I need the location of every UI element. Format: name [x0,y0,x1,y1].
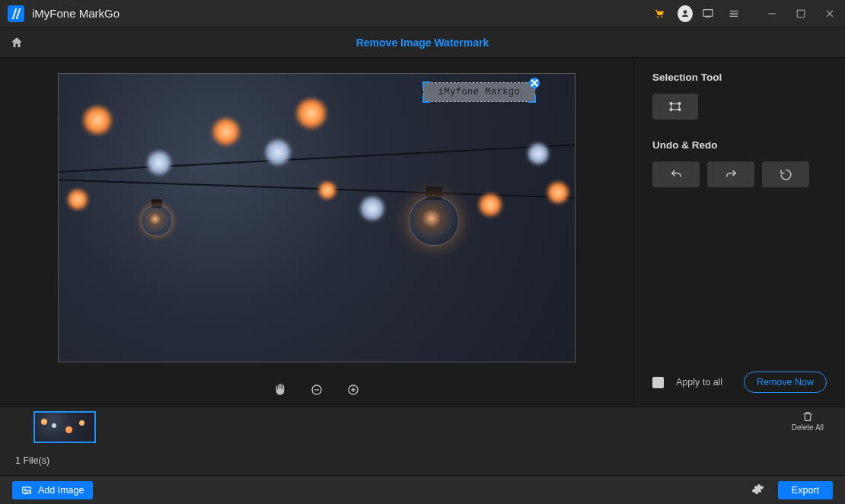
selection-handle-tl[interactable] [422,81,430,89]
svg-rect-0 [703,9,713,16]
reset-button[interactable] [762,161,809,187]
account-icon[interactable] [678,6,693,21]
apply-to-all-label: Apply to all [676,377,722,388]
export-button[interactable]: Export [778,481,833,499]
thumbnail-strip: Delete All [0,407,845,446]
svg-rect-6 [679,103,681,104]
delete-all-button[interactable]: Delete All [792,410,824,432]
bottom-bar: Add Image Export [0,475,845,504]
photo-decoration [295,97,328,130]
tab-bar: Remove Image Watermark [0,27,845,58]
thumbnail-item[interactable] [33,411,96,443]
cart-icon[interactable] [652,6,667,21]
app-logo [8,5,24,22]
selection-handle-br[interactable] [528,95,536,103]
rectangle-select-button[interactable] [652,94,698,120]
title-bar: iMyFone MarkGo [0,0,845,27]
photo-decoration [66,188,89,211]
svg-rect-4 [671,104,680,110]
app-title: iMyFone MarkGo [32,7,120,20]
file-count-label: 1 File(s) [15,455,49,466]
photo-decoration [409,187,462,246]
pan-tool-button[interactable] [272,381,289,398]
watermark-text: iMyfone Markgo [438,87,521,97]
menu-icon[interactable] [726,6,741,21]
photo-decoration [359,196,385,222]
canvas-area: iMyfone Markgo [0,58,633,407]
add-image-button[interactable]: Add Image [12,481,93,499]
svg-rect-7 [670,109,671,110]
photo-decoration [264,139,292,166]
undo-redo-label: Undo & Redo [652,139,827,151]
photo-decoration [58,143,576,174]
svg-rect-5 [670,103,671,104]
undo-button[interactable] [652,161,700,187]
selection-handle-bl[interactable] [422,95,430,103]
photo-decoration [546,180,570,205]
add-image-label: Add Image [38,485,84,496]
delete-all-label: Delete All [792,423,824,432]
watermark-selection[interactable]: iMyfone Markgo [424,83,534,101]
zoom-in-button[interactable] [345,381,362,398]
maximize-icon[interactable] [793,6,808,21]
photo-decoration [141,199,174,236]
file-count-bar: 1 File(s) [0,446,845,475]
photo-decoration [317,180,337,200]
main-area: iMyfone Markgo [0,58,845,407]
svg-rect-8 [679,109,681,110]
photo-decoration [211,116,241,147]
svg-rect-1 [797,10,804,17]
svg-point-10 [24,489,26,490]
photo-decoration [81,104,113,136]
feedback-icon[interactable] [700,6,716,21]
canvas-toolbar [0,373,633,407]
selection-close-button[interactable] [529,78,540,88]
remove-now-button[interactable]: Remove Now [744,372,827,393]
zoom-out-button[interactable] [308,381,325,398]
redo-button[interactable] [707,161,754,187]
image-canvas[interactable]: iMyfone Markgo [58,73,576,362]
right-sidebar: Selection Tool Undo & Redo Apply to all … [633,58,845,407]
selection-tool-label: Selection Tool [652,72,827,83]
minimize-icon[interactable] [764,6,780,21]
settings-button[interactable] [751,483,764,498]
photo-decoration [527,142,550,165]
apply-to-all-checkbox[interactable] [652,377,664,388]
home-button[interactable] [0,36,33,49]
close-icon[interactable] [822,6,837,21]
photo-decoration [477,192,503,218]
photo-decoration [146,150,172,176]
active-tab-title: Remove Image Watermark [0,37,845,49]
